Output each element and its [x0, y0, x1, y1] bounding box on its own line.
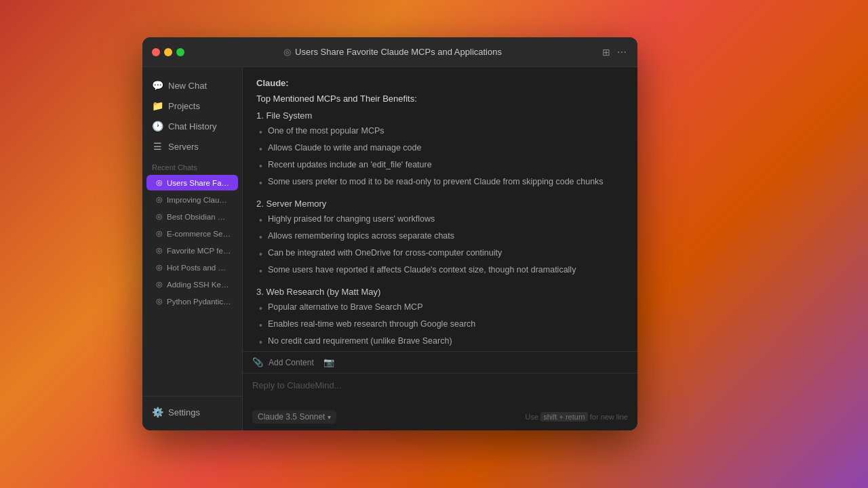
chat-item-icon-7: ◎ [156, 280, 163, 289]
chat-item-icon-3: ◎ [156, 212, 163, 221]
bullet-item: • No credit card requirement (unlike Bra… [259, 335, 624, 350]
close-button[interactable] [152, 48, 160, 56]
chevron-down-icon: ▾ [328, 413, 331, 421]
mcp-item-2: 2. Server Memory • Highly praised for ch… [256, 199, 624, 279]
sidebar-chat-item-5[interactable]: ◎ Favorite MCP features and ... [146, 243, 238, 258]
servers-label: Servers [168, 142, 199, 152]
sidebar-chat-item-1[interactable]: ◎ Users Share Favorite Clau... [146, 175, 238, 190]
message-sender: Claude: [256, 78, 624, 88]
sidebar-chat-item-8[interactable]: ◎ Python Pydantic Module I-... [146, 293, 238, 309]
title-bar-actions: ⊞ ⋯ [601, 45, 628, 59]
bullet-dot: • [259, 247, 262, 262]
chat-item-label-5: Favorite MCP features and ... [167, 247, 231, 255]
paperclip-icon: 📎 [252, 357, 263, 367]
chat-item-icon-4: ◎ [156, 229, 163, 238]
chat-item-label-7: Adding SSH Keys on GitHub [167, 281, 231, 289]
mcp-list: 1. File System • One of the most popular… [256, 110, 624, 351]
title-icon: ◎ [283, 47, 291, 57]
add-content-bar[interactable]: 📎 Add Content 📷 [243, 352, 637, 373]
shortcut-hint: Use shift + return for new line [526, 413, 628, 421]
mcp-item-1: 1. File System • One of the most popular… [256, 110, 624, 190]
main-layout: 💬 New Chat 📁 Projects 🕐 Chat History ☰ S… [142, 67, 637, 430]
sidebar-item-new-chat[interactable]: 💬 New Chat [142, 75, 242, 96]
bullet-dot: • [259, 336, 262, 350]
bullet-dot: • [259, 142, 262, 157]
sidebar-chat-item-3[interactable]: ◎ Best Obsidian MCP Server ... [146, 209, 238, 224]
chat-history-icon: 🕐 [152, 121, 163, 131]
model-name: Claude 3.5 Sonnet [258, 412, 325, 422]
bullet-item: • Recent updates include an 'edit_file' … [259, 159, 624, 174]
model-selector[interactable]: Claude 3.5 Sonnet ▾ [252, 410, 336, 424]
chat-item-label-6: Hot Posts and Updates fro... [167, 264, 231, 272]
chat-item-icon-2: ◎ [156, 195, 163, 204]
bullet-item: • Allows Claude to write and manage code [259, 142, 624, 157]
chat-item-icon-1: ◎ [156, 178, 163, 187]
projects-icon: 📁 [152, 100, 163, 111]
bullet-dot: • [259, 159, 262, 174]
sidebar-chat-item-6[interactable]: ◎ Hot Posts and Updates fro... [146, 260, 238, 275]
settings-label: Settings [168, 407, 200, 418]
sidebar-item-projects[interactable]: 📁 Projects [142, 96, 242, 116]
mcp-item-2-title: 2. Server Memory [256, 199, 624, 209]
chat-history-label: Chat History [168, 121, 217, 131]
bullet-item: • Enables real-time web research through… [259, 318, 624, 333]
bullet-dot: • [259, 319, 262, 333]
chat-item-label-3: Best Obsidian MCP Server ... [167, 213, 231, 221]
bullet-item: • Some users prefer to mod it to be read… [259, 176, 624, 190]
bullet-dot: • [259, 302, 262, 316]
desktop: ◎ Users Share Favorite Claude MCPs and A… [0, 0, 868, 488]
chat-item-label-1: Users Share Favorite Clau... [167, 179, 231, 187]
input-footer: Claude 3.5 Sonnet ▾ Use shift + return f… [243, 406, 637, 430]
chat-input[interactable] [252, 380, 628, 401]
bullet-item: • Can be integrated with OneDrive for cr… [259, 247, 624, 262]
recent-chats-label: Recent Chats [142, 157, 242, 174]
chat-item-label-2: Improving Claude AI Funct... [167, 196, 231, 204]
sidebar-chat-item-7[interactable]: ◎ Adding SSH Keys on GitHub [146, 277, 238, 292]
mcp-item-3: 3. Web Research (by Matt May) • Popular … [256, 287, 624, 351]
settings-icon: ⚙️ [152, 407, 163, 418]
chat-item-icon-6: ◎ [156, 263, 163, 272]
mcp-item-2-bullets: • Highly praised for changing users' wor… [259, 213, 624, 279]
bullet-item: • One of the most popular MCPs [259, 125, 624, 140]
chat-input-container: 📎 Add Content 📷 Claude 3.5 Sonnet ▾ [243, 351, 637, 430]
bullet-item: • Popular alternative to Brave Search MC… [259, 301, 624, 316]
sidebar: 💬 New Chat 📁 Projects 🕐 Chat History ☰ S… [142, 67, 243, 430]
shortcut-key: shift + return [540, 412, 587, 422]
sidebar-item-chat-history[interactable]: 🕐 Chat History [142, 116, 242, 136]
bullet-dot: • [259, 264, 262, 279]
minimize-button[interactable] [164, 48, 172, 56]
sidebar-bottom: ⚙️ Settings [142, 396, 242, 422]
mcp-item-3-bullets: • Popular alternative to Brave Search MC… [259, 301, 624, 351]
content-area: Claude: Top Mentioned MCPs and Their Ben… [243, 67, 637, 430]
projects-label: Projects [168, 101, 200, 111]
mcp-item-1-bullets: • One of the most popular MCPs • Allows … [259, 125, 624, 190]
sidebar-item-settings[interactable]: ⚙️ Settings [142, 402, 242, 422]
mcp-item-3-title: 3. Web Research (by Matt May) [256, 287, 624, 297]
window-title: Users Share Favorite Claude MCPs and App… [295, 47, 502, 57]
mcp-item-1-title: 1. File System [256, 110, 624, 121]
add-content-label: Add Content [269, 358, 314, 367]
bullet-dot: • [259, 176, 262, 190]
input-area [243, 373, 637, 406]
bullet-dot: • [259, 214, 262, 228]
more-options-button[interactable]: ⋯ [616, 45, 628, 59]
servers-icon: ☰ [152, 141, 163, 152]
bullet-dot: • [259, 230, 262, 245]
title-bar: ◎ Users Share Favorite Claude MCPs and A… [142, 37, 637, 67]
sidebar-chat-item-4[interactable]: ◎ E-commerce Search Engin... [146, 226, 238, 241]
sidebar-chat-item-2[interactable]: ◎ Improving Claude AI Funct... [146, 192, 238, 207]
app-window: ◎ Users Share Favorite Claude MCPs and A… [142, 37, 637, 430]
maximize-button[interactable] [176, 48, 184, 56]
chat-messages[interactable]: Claude: Top Mentioned MCPs and Their Ben… [243, 67, 637, 351]
pin-button[interactable]: ⊞ [601, 45, 612, 59]
chat-item-icon-8: ◎ [156, 297, 163, 306]
camera-icon: 📷 [323, 357, 334, 367]
chat-item-icon-5: ◎ [156, 246, 163, 255]
new-chat-label: New Chat [168, 81, 207, 91]
new-chat-icon: 💬 [152, 80, 163, 91]
chat-item-label-4: E-commerce Search Engin... [167, 230, 231, 238]
bullet-item: • Highly praised for changing users' wor… [259, 213, 624, 228]
bullet-item: • Allows remembering topics across separ… [259, 230, 624, 245]
sidebar-item-servers[interactable]: ☰ Servers [142, 136, 242, 157]
title-bar-content: ◎ Users Share Favorite Claude MCPs and A… [190, 47, 595, 57]
